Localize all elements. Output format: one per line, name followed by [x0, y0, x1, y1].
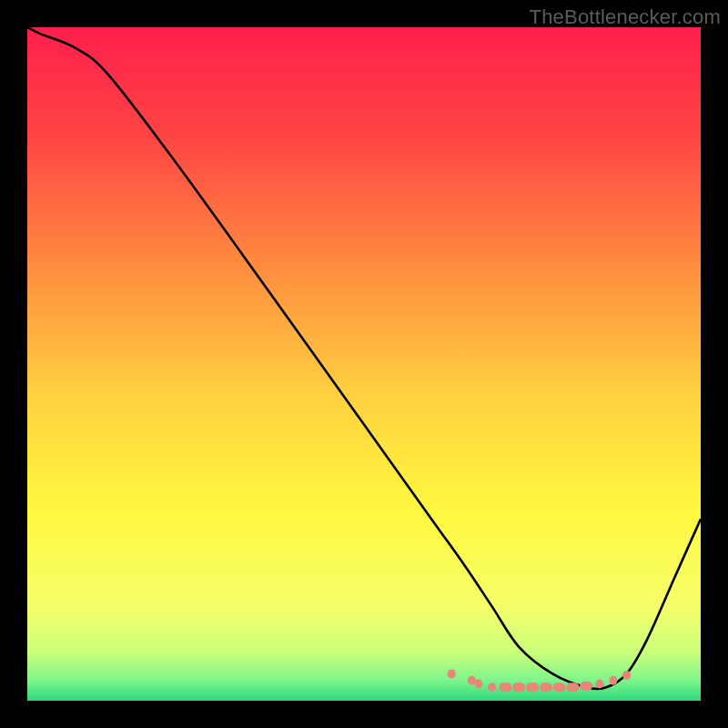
chart-frame: TheBottlenecker.com — [0, 0, 728, 728]
background-gradient — [27, 27, 701, 701]
svg-rect-0 — [27, 27, 701, 701]
plot-area — [27, 27, 701, 701]
credit-label: TheBottlenecker.com — [530, 5, 721, 29]
